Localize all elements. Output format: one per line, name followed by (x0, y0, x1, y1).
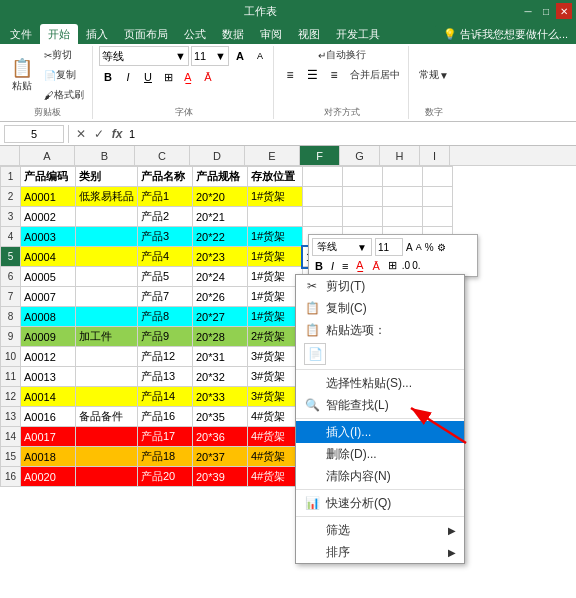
cell-d6[interactable]: 20*24 (193, 267, 248, 287)
cell-a5[interactable]: A0004 (21, 247, 76, 267)
cell-e5[interactable]: 1#货架 (248, 247, 303, 267)
ctx-selective-paste[interactable]: 选择性粘贴(S)... (296, 372, 464, 394)
font-decrease-button[interactable]: A (251, 47, 269, 65)
tab-formula[interactable]: 公式 (176, 24, 214, 44)
col-header-e[interactable]: E (245, 146, 300, 165)
cell-b15[interactable] (76, 447, 138, 467)
cell-c16[interactable]: 产品20 (138, 467, 193, 487)
mini-fill-color[interactable]: A̲ (353, 258, 367, 273)
cell-b13[interactable]: 备品备件 (76, 407, 138, 427)
cell-ref-input[interactable] (4, 125, 64, 143)
cell-d16[interactable]: 20*39 (193, 467, 248, 487)
ctx-sort[interactable]: 排序 ▶ (296, 541, 464, 563)
cell-c13[interactable]: 产品16 (138, 407, 193, 427)
mini-font-decrease[interactable]: A (416, 242, 422, 252)
copy-button[interactable]: 📄 复制 (40, 66, 88, 84)
cell-d15[interactable]: 20*37 (193, 447, 248, 467)
minimize-button[interactable]: ─ (520, 3, 536, 19)
cell-a10[interactable]: A0012 (21, 347, 76, 367)
cell-b12[interactable] (76, 387, 138, 407)
cell-b8[interactable] (76, 307, 138, 327)
close-button[interactable]: ✕ (556, 3, 572, 19)
tab-home[interactable]: 开始 (40, 24, 78, 44)
cell-i2[interactable] (423, 187, 453, 207)
cell-c2[interactable]: 产品1 (138, 187, 193, 207)
cell-b11[interactable] (76, 367, 138, 387)
ctx-smart-find[interactable]: 🔍 智能查找(L) (296, 394, 464, 416)
number-format-select[interactable]: 常规 ▼ (415, 66, 453, 84)
cell-a14[interactable]: A0017 (21, 427, 76, 447)
italic-button[interactable]: I (119, 68, 137, 86)
mini-font-increase[interactable]: A (406, 242, 413, 253)
cell-b4[interactable] (76, 227, 138, 247)
cell-d7[interactable]: 20*26 (193, 287, 248, 307)
ctx-quick-analysis[interactable]: 📊 快速分析(Q) (296, 492, 464, 514)
font-color-button[interactable]: Ā (199, 68, 217, 86)
cell-i3[interactable] (423, 207, 453, 227)
tab-developer[interactable]: 开发工具 (328, 24, 388, 44)
cut-button[interactable]: ✂ 剪切 (40, 46, 88, 64)
cell-e4[interactable]: 1#货架 (248, 227, 303, 247)
cell-a13[interactable]: A0016 (21, 407, 76, 427)
mini-align[interactable]: ≡ (339, 259, 351, 273)
tab-insert[interactable]: 插入 (78, 24, 116, 44)
cell-a2[interactable]: A0001 (21, 187, 76, 207)
cell-c5[interactable]: 产品4 (138, 247, 193, 267)
cell-d11[interactable]: 20*32 (193, 367, 248, 387)
cell-b9[interactable]: 加工件 (76, 327, 138, 347)
cell-a6[interactable]: A0005 (21, 267, 76, 287)
mini-font-size[interactable]: 11 (375, 238, 403, 256)
ctx-copy[interactable]: 📋 复制(C) (296, 297, 464, 319)
cell-f1[interactable] (303, 167, 343, 187)
ctx-insert[interactable]: 插入(I)... (296, 421, 464, 443)
cell-c15[interactable]: 产品18 (138, 447, 193, 467)
underline-button[interactable]: U (139, 68, 157, 86)
fill-color-button[interactable]: A̲ (179, 68, 197, 86)
paste-icon-1[interactable]: 📄 (304, 343, 326, 365)
cell-d9[interactable]: 20*28 (193, 327, 248, 347)
ctx-delete[interactable]: 删除(D)... (296, 443, 464, 465)
align-center-button[interactable]: ☰ (302, 65, 322, 85)
cell-a11[interactable]: A0013 (21, 367, 76, 387)
cell-c1[interactable]: 产品名称 (138, 167, 193, 187)
cell-h2[interactable] (383, 187, 423, 207)
cell-b6[interactable] (76, 267, 138, 287)
cell-c3[interactable]: 产品2 (138, 207, 193, 227)
col-header-c[interactable]: C (135, 146, 190, 165)
col-header-d[interactable]: D (190, 146, 245, 165)
cell-d10[interactable]: 20*31 (193, 347, 248, 367)
mini-decimal-decrease[interactable]: 0. (412, 260, 420, 271)
col-header-b[interactable]: B (75, 146, 135, 165)
cell-a9[interactable]: A0009 (21, 327, 76, 347)
align-right-button[interactable]: ≡ (324, 65, 344, 85)
mini-italic[interactable]: I (328, 259, 337, 273)
context-menu[interactable]: ✂ 剪切(T) 📋 复制(C) 📋 粘贴选项： 📄 选择性粘贴(S)... 🔍 … (295, 274, 465, 564)
cell-c9[interactable]: 产品9 (138, 327, 193, 347)
col-header-h[interactable]: H (380, 146, 420, 165)
col-header-g[interactable]: G (340, 146, 380, 165)
cell-c6[interactable]: 产品5 (138, 267, 193, 287)
cell-d14[interactable]: 20*36 (193, 427, 248, 447)
ctx-clear-content[interactable]: 清除内容(N) (296, 465, 464, 487)
col-header-f[interactable]: F (300, 146, 340, 165)
mini-bold[interactable]: B (312, 259, 326, 273)
align-left-button[interactable]: ≡ (280, 65, 300, 85)
cell-b3[interactable] (76, 207, 138, 227)
cell-c10[interactable]: 产品12 (138, 347, 193, 367)
cell-f3[interactable] (303, 207, 343, 227)
cell-b16[interactable] (76, 467, 138, 487)
cell-d5[interactable]: 20*23 (193, 247, 248, 267)
cell-g3[interactable] (343, 207, 383, 227)
cell-d4[interactable]: 20*22 (193, 227, 248, 247)
maximize-button[interactable]: □ (538, 3, 554, 19)
mini-font-select[interactable]: 等线 ▼ (312, 238, 372, 256)
font-family-select[interactable]: 等线 ▼ (99, 46, 189, 66)
cancel-formula-icon[interactable]: ✕ (73, 127, 89, 141)
auto-wrap-button[interactable]: ↵ 自动换行 (314, 46, 370, 64)
cell-e2[interactable]: 1#货架 (248, 187, 303, 207)
paste-button[interactable]: 📋 粘贴 (6, 54, 38, 96)
ctx-paste-options[interactable]: 📋 粘贴选项： (296, 319, 464, 341)
cell-c11[interactable]: 产品13 (138, 367, 193, 387)
cell-a16[interactable]: A0020 (21, 467, 76, 487)
tab-data[interactable]: 数据 (214, 24, 252, 44)
